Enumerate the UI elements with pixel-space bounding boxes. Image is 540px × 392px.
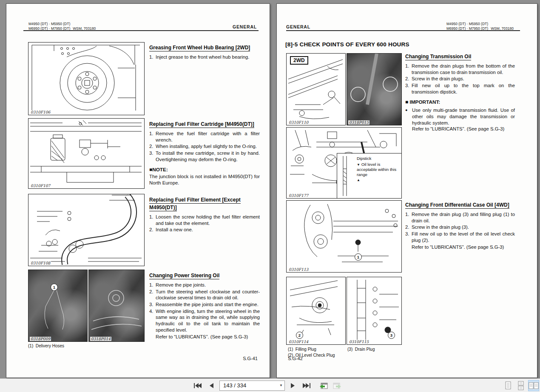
note-text: The junction block is not installed in M…: [149, 173, 260, 186]
figure-captions: (1) Filling Plug (2) Oil Level Check Plu…: [288, 347, 407, 358]
header-models: M4950 (DT) · M5950 (DT) M6950 (DT) · M79…: [446, 22, 514, 31]
step: 1.Remove the fuel filter cartridge with …: [149, 131, 260, 143]
2wd-tag: 2WD: [290, 56, 308, 65]
figure-wheel-hub: 0310F106: [28, 42, 145, 115]
figure-label: 0318P009: [30, 337, 51, 341]
front-axle-drawing-icon: [287, 201, 401, 271]
figure-caption: (1) Delivery Hoses: [28, 343, 64, 349]
section-greasing-front-wheel-hub: Greasing Front Wheel Hub Bearing [2WD] 1…: [149, 43, 260, 61]
figure-label: 0310F107: [30, 184, 51, 188]
single-page-layout-button[interactable]: [503, 380, 514, 391]
left-page: M4950 (DT) · M5950 (DT) M6950 (DT) · M79…: [6, 3, 270, 378]
pdf-viewer-toolbar: ▼: [0, 378, 540, 392]
section-title: Greasing Front Wheel Hub Bearing [2WD]: [149, 45, 250, 51]
step: 2.Screw in the drain plugs.: [405, 76, 515, 82]
next-view-button[interactable]: [332, 381, 343, 391]
page-number: S.G-41: [243, 356, 258, 361]
figure-photo-delivery-hoses: 1 0318P009: [28, 270, 88, 342]
figure-label: 0310F110: [288, 120, 309, 125]
section-title: Changing Front Differential Case Oil [4W…: [405, 202, 509, 209]
page-layout-group: [503, 380, 539, 391]
hose-leader-lines-icon: [28, 270, 86, 341]
next-view-icon: [333, 382, 341, 389]
step: 2.Install a new one.: [149, 227, 260, 233]
step: 1.Inject grease to the front wheel hub b…: [149, 54, 260, 60]
figure-label: 0310F114: [288, 340, 309, 344]
drain-plug-highlights-icon: [347, 54, 401, 124]
step: 1.Loosen the screw holding the fuel filt…: [149, 214, 260, 226]
figure-fuel-filter-cartridge: 0310F107: [28, 118, 145, 189]
two-page-layout-icon: [529, 381, 539, 390]
figure-label: 0318P014: [90, 337, 111, 341]
caption-number: (1): [28, 344, 33, 348]
two-page-layout-button[interactable]: [528, 380, 539, 391]
step: 1.Remove the pipe joints.: [149, 282, 260, 288]
refer-line: Refer to “LUBRICANTS”. (See page S.G-3): [412, 126, 504, 131]
continuous-layout-button[interactable]: [515, 380, 526, 391]
section-title: Replacing Fuel Filter Cartridge [M4950(D…: [149, 121, 254, 128]
refer-line: Refer to “LUBRICANTS”. (See page S.G-3): [149, 334, 260, 339]
continuous-scroll-layout-icon: [517, 381, 524, 390]
refer-line: Refer to “LUBRICANTS”. (See page S.G-3): [405, 244, 515, 250]
last-page-icon: [302, 383, 311, 389]
combobox-caret-icon[interactable]: ▼: [278, 383, 284, 387]
dipstick-inset: Dipstick ▼ Oil level is acceptable withi…: [337, 153, 402, 199]
figure-fuel-filter-element: 0310F108: [28, 194, 145, 266]
dipstick-drawing-icon: [341, 156, 348, 196]
caption-text: Delivery Hoses: [36, 344, 64, 348]
header-models-line1: M4950 (DT) · M5950 (DT): [446, 22, 488, 26]
section-changing-transmission-oil: Changing Transmission Oil 1.Remove the d…: [405, 52, 515, 132]
section-replacing-fuel-filter-element: Replacing Fuel Filter Element [Except M4…: [149, 196, 260, 233]
step: 3.Fill new oil up to the top mark on the…: [405, 82, 515, 95]
section-replacing-fuel-filter-cartridge: Replacing Fuel Filter Cartridge [M4950(D…: [149, 120, 260, 186]
figure-label: 0310F108: [30, 261, 51, 265]
pipe-lines-icon: [89, 270, 143, 341]
section-changing-front-differential-oil: Changing Front Differential Case Oil [4W…: [405, 201, 515, 250]
header-section-label: GENERAL: [286, 24, 310, 29]
figure-photo-steering-pipes: 0318P014: [88, 270, 145, 342]
step: 2.Screw in the drain plug (3).: [405, 224, 515, 230]
callout-2-marker: 2: [296, 332, 303, 339]
oil-level-text: Oil level is acceptable within this rang…: [357, 162, 396, 177]
page-number-combobox[interactable]: ▼: [219, 381, 285, 391]
section-title: Changing Power Steering Oil: [149, 273, 219, 279]
figure-front-axle: 1 0310F113: [286, 200, 402, 273]
figure-label: 0310F115: [348, 340, 369, 344]
last-page-button[interactable]: [301, 381, 312, 391]
step: 3.To install the new cartridge, screw it…: [149, 150, 260, 162]
figure-transmission-dipstick: Dipstick ▼ Oil level is acceptable withi…: [286, 127, 402, 199]
previous-page-icon: [209, 383, 214, 389]
important-label: ■ IMPORTANT:: [405, 99, 515, 105]
page-number-input[interactable]: [220, 381, 278, 390]
header-section-label: GENERAL: [233, 24, 257, 29]
step: 3.Reassemble the pipe joints and start t…: [149, 301, 260, 308]
next-page-icon: [290, 383, 296, 389]
right-page: GENERAL M4950 (DT) · M5950 (DT) M6950 (D…: [276, 3, 537, 378]
header-models: M4950 (DT) · M5950 (DT) M6950 (DT) · M79…: [28, 22, 96, 31]
header-rule: [23, 30, 259, 31]
figure-filling-plug: 2 0310F114: [286, 277, 346, 345]
figure-label: 0310F177: [288, 193, 309, 198]
step: 2.Turn the steering wheel clockwise and …: [149, 289, 260, 301]
callout-1-marker: 1: [355, 253, 362, 261]
fuel-filter-element-drawing-icon: [28, 194, 143, 265]
wheel-hub-drawing-icon: [28, 43, 143, 114]
dipstick-label: Dipstick: [357, 156, 400, 161]
step: 1.Remove the drain plug (3) and filling …: [405, 211, 515, 224]
previous-page-button[interactable]: [206, 381, 217, 391]
important-bullet: ● Use only multi-grade transmission flui…: [405, 107, 515, 132]
previous-view-icon: [319, 382, 328, 389]
step: 1.Remove the drain plugs from the bottom…: [405, 63, 515, 75]
header-rule: [286, 30, 520, 31]
callout-3-marker: 3: [388, 332, 395, 339]
section-title: Replacing Fuel Filter Element [Except M4…: [149, 197, 241, 211]
next-page-button[interactable]: [287, 381, 298, 391]
filling-plug-drawing-icon: [287, 277, 344, 344]
page-navigation-group: ▼: [192, 379, 343, 392]
previous-view-button[interactable]: [318, 381, 329, 391]
figure-label: 0318P015: [348, 120, 369, 125]
first-page-icon: [193, 383, 202, 389]
section-title: Changing Transmission Oil: [405, 54, 471, 60]
fuel-filter-cartridge-drawing-icon: [28, 119, 143, 187]
first-page-button[interactable]: [192, 381, 203, 391]
